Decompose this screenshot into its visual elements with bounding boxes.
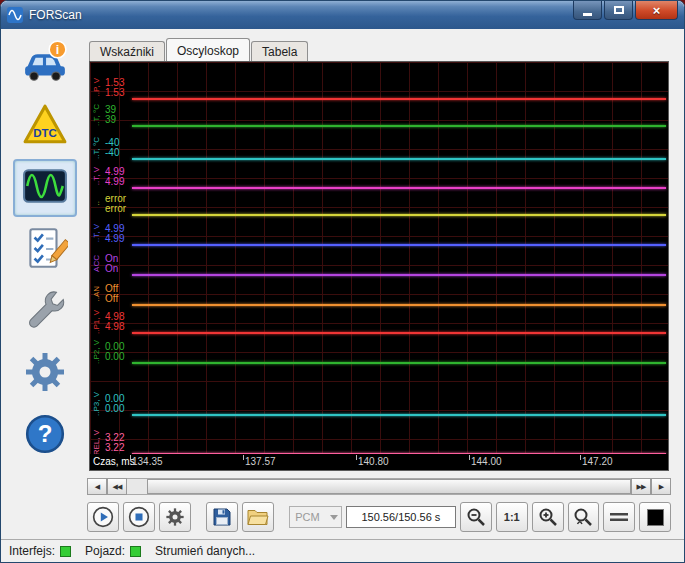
x-axis: Czas, ms 134.35137.57140.80144.00147.20 [90, 454, 668, 470]
channel-label: ..T, °C-40-40 [92, 137, 119, 158]
channel-trace [132, 98, 666, 100]
channel-value: 4.98 [105, 312, 124, 322]
dropdown-arrow-icon [330, 515, 338, 520]
channel-label: REL, V3.223.22 [92, 432, 124, 453]
plot-area[interactable]: ..P, V1.531.53..T, °C3939..T, °C-40-40..… [90, 62, 668, 454]
zoom-signal-button[interactable] [568, 502, 600, 532]
channel-axis-name: ..P2, V [92, 340, 102, 364]
minimize-button[interactable] [573, 1, 602, 20]
interface-status-led [60, 546, 71, 557]
vehicle-status-led [130, 546, 141, 557]
channel-axis-name: ..T, V [92, 224, 102, 242]
pcm-select[interactable]: PCM [289, 506, 342, 528]
jump-start-button[interactable]: ◀◀ [107, 478, 127, 495]
scroll-left-button[interactable]: ◀ [87, 478, 107, 495]
zoom-out-icon [466, 507, 486, 527]
x-tick-label: 137.57 [245, 456, 276, 467]
channel-label: ..errorerror [92, 193, 126, 214]
channel-label: ..T, V4.994.99 [92, 166, 124, 187]
x-tick-label: 134.35 [132, 456, 163, 467]
gear-icon [165, 507, 185, 527]
sidebar-item-service[interactable] [13, 283, 77, 341]
channel-value: -40 [105, 148, 119, 158]
channel-label: ..P2, V0.000.00 [92, 341, 124, 362]
scope-settings-button[interactable] [159, 502, 191, 532]
dtc-warning-icon: DTC [22, 101, 68, 151]
channel-axis-name: ..P3, V [92, 392, 102, 416]
channel-axis-name: ..T, °C [92, 137, 102, 159]
sidebar-item-help[interactable]: ? [13, 407, 77, 465]
channel-value: 3.22 [105, 443, 124, 453]
channel-trace [132, 158, 666, 160]
scope-toolbar: PCM 150.56/150.56 s 1:1 [87, 501, 671, 533]
help-icon: ? [22, 411, 68, 461]
vehicle-label: Pojazd: [85, 544, 125, 558]
channel-value: 3.22 [105, 433, 124, 443]
close-button[interactable]: × [635, 1, 678, 20]
gear-icon [23, 350, 67, 398]
channel-axis-name: ..T, V [92, 167, 102, 185]
sidebar-item-settings[interactable] [13, 345, 77, 403]
channel-value: On [105, 254, 118, 264]
channel-axis-name: ACC [92, 255, 102, 272]
maximize-button[interactable] [604, 1, 633, 20]
channel-value: 4.99 [105, 234, 124, 244]
channel-value: 1.53 [105, 78, 124, 88]
channel-trace [132, 187, 666, 189]
app-icon [7, 7, 23, 23]
sidebar-item-vehicle-info[interactable]: i [13, 35, 77, 93]
channel-label: ..T, °C3939 [92, 104, 116, 125]
svg-text:?: ? [38, 420, 53, 447]
tab-tabela[interactable]: Tabela [251, 41, 308, 61]
channel-trace [132, 125, 666, 127]
folder-open-icon [247, 508, 269, 526]
play-button[interactable] [87, 502, 119, 532]
channel-label: ..P1, V4.984.98 [92, 311, 124, 332]
zoom-reset-button[interactable]: 1:1 [496, 502, 528, 532]
tab-wskazniki[interactable]: Wskaźniki [89, 41, 165, 61]
merge-channels-button[interactable] [603, 502, 635, 532]
channel-value: On [105, 264, 118, 274]
tab-bar: Wskaźniki Oscyloskop Tabela [89, 38, 309, 61]
stop-button[interactable] [123, 502, 155, 532]
sidebar-item-oscilloscope[interactable] [13, 159, 77, 217]
sidebar-item-tests[interactable] [13, 221, 77, 279]
svg-text:i: i [56, 43, 59, 57]
zoom-in-icon [538, 507, 558, 527]
channel-value: error [105, 204, 126, 214]
jump-end-button[interactable]: ▶▶ [631, 478, 651, 495]
channel-axis-name: ..P, V [92, 78, 102, 97]
svg-text:DTC: DTC [33, 127, 57, 139]
time-display: 150.56/150.56 s [346, 506, 456, 528]
tab-oscyloskop[interactable]: Oscyloskop [166, 38, 250, 61]
channel-trace [132, 244, 666, 246]
x-axis-label: Czas, ms [93, 456, 135, 467]
channel-value: 39 [105, 115, 116, 125]
channel-value: 4.98 [105, 322, 124, 332]
oscilloscope-display: ..P, V1.531.53..T, °C3939..T, °C-40-40..… [89, 61, 669, 471]
scrollbar-thumb[interactable] [147, 479, 631, 494]
channel-value: 0.00 [105, 352, 124, 362]
scrollbar-track[interactable] [127, 478, 631, 495]
scroll-right-button[interactable]: ▶ [651, 478, 671, 495]
background-color-button[interactable] [639, 502, 671, 532]
channel-value: Off [105, 284, 118, 294]
black-square-icon [647, 509, 664, 526]
channel-value: 4.99 [105, 177, 124, 187]
channel-value: 39 [105, 105, 116, 115]
titlebar[interactable]: FORScan × [1, 1, 684, 29]
channel-lines-icon [610, 510, 628, 524]
channel-trace [132, 274, 666, 276]
stop-icon [128, 506, 150, 528]
channel-axis-name: ..P1, V [92, 310, 102, 334]
time-scrollbar: ◀ ◀◀ ▶▶ ▶ [87, 478, 671, 495]
stream-status-text: Strumień danych... [155, 544, 255, 558]
zoom-out-button[interactable] [460, 502, 492, 532]
channel-axis-name: ..T, °C [92, 104, 102, 126]
sidebar-item-dtc[interactable]: DTC [13, 97, 77, 155]
open-button[interactable] [242, 502, 274, 532]
zoom-in-button[interactable] [532, 502, 564, 532]
save-button[interactable] [206, 502, 238, 532]
channel-label: ACCOnOn [92, 253, 118, 274]
wrench-icon [22, 287, 68, 337]
